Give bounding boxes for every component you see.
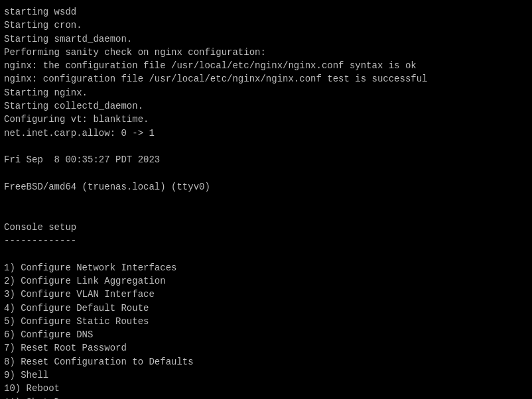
terminal: starting wsdd Starting cron. Starting sm… <box>0 0 532 399</box>
